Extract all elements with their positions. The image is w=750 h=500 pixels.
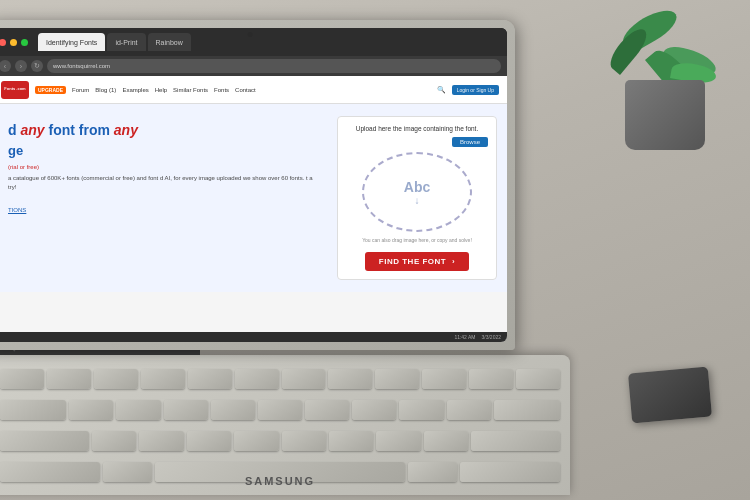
key xyxy=(116,400,160,420)
website-content: Fonts .com UPGRADE Forum Blog (1) Exampl… xyxy=(0,76,507,342)
key xyxy=(494,400,560,420)
status-time: 11:42 AM xyxy=(454,334,475,340)
key xyxy=(0,462,100,482)
key xyxy=(94,369,138,389)
key xyxy=(187,431,231,451)
keyboard: SAMSUNG xyxy=(0,355,570,495)
hero-title-line2: ge xyxy=(8,143,322,160)
down-arrow-icon: ↓ xyxy=(415,195,420,206)
tab-3[interactable]: Rainbow xyxy=(148,33,191,51)
key xyxy=(211,400,255,420)
tab-2[interactable]: id-Print xyxy=(107,33,145,51)
hero-link[interactable]: TIONS xyxy=(8,207,26,213)
minimize-window-button[interactable] xyxy=(10,39,17,46)
hero-title-italic-any: any xyxy=(114,122,138,138)
nav-forum[interactable]: Forum xyxy=(72,87,89,93)
key xyxy=(422,369,466,389)
key xyxy=(516,369,560,389)
status-bar: 11:42 AM 3/3/2022 xyxy=(0,332,507,342)
nav-examples[interactable]: Examples xyxy=(122,87,148,93)
key-row-2 xyxy=(0,396,560,423)
upgrade-badge[interactable]: UPGRADE xyxy=(35,86,66,94)
keyboard-keys xyxy=(0,365,560,485)
key xyxy=(328,369,372,389)
key xyxy=(103,462,153,482)
screen-bezel: Identifying Fonts id-Print Rainbow ‹ › ↻… xyxy=(0,28,507,342)
key xyxy=(408,462,458,482)
upload-drop-area[interactable]: Abc ↓ xyxy=(362,152,472,232)
site-logo: Fonts .com xyxy=(1,81,29,99)
key xyxy=(329,431,373,451)
key xyxy=(376,431,420,451)
key xyxy=(164,400,208,420)
browser-tabs: Identifying Fonts id-Print Rainbow xyxy=(38,33,501,51)
address-text: www.fontsquirrel.com xyxy=(53,63,110,69)
key xyxy=(69,400,113,420)
search-icon[interactable]: 🔍 xyxy=(437,86,446,94)
nav-similar-fonts[interactable]: Similar Fonts xyxy=(173,87,208,93)
laptop-body: Identifying Fonts id-Print Rainbow ‹ › ↻… xyxy=(0,20,515,350)
browser-chrome: Identifying Fonts id-Print Rainbow xyxy=(0,28,507,56)
key xyxy=(0,400,66,420)
hero-description: a catalogue of 600K+ fonts (commercial o… xyxy=(8,174,322,192)
key xyxy=(235,369,279,389)
key xyxy=(282,431,326,451)
key xyxy=(92,431,136,451)
key xyxy=(460,462,560,482)
key xyxy=(0,369,44,389)
key xyxy=(469,369,513,389)
address-bar-row: ‹ › ↻ www.fontsquirrel.com xyxy=(0,56,507,76)
key xyxy=(424,431,468,451)
key xyxy=(188,369,232,389)
upload-box: Upload here the image containing the fon… xyxy=(337,116,497,280)
key-row-3 xyxy=(0,427,560,454)
back-button[interactable]: ‹ xyxy=(0,60,11,72)
nav-help[interactable]: Help xyxy=(155,87,167,93)
key xyxy=(234,431,278,451)
site-navigation: Fonts .com UPGRADE Forum Blog (1) Exampl… xyxy=(0,76,507,104)
forward-button[interactable]: › xyxy=(15,60,27,72)
key xyxy=(375,369,419,389)
tab-active[interactable]: Identifying Fonts xyxy=(38,33,105,51)
key xyxy=(0,431,89,451)
maximize-window-button[interactable] xyxy=(21,39,28,46)
key-row-1 xyxy=(0,365,560,392)
key xyxy=(352,400,396,420)
abc-preview: Abc xyxy=(404,179,430,195)
logo-text: Fonts .com xyxy=(4,87,25,91)
key xyxy=(447,400,491,420)
hero-left: d any font from any ge (rial or free) a … xyxy=(3,116,327,280)
close-window-button[interactable] xyxy=(0,39,6,46)
key xyxy=(399,400,443,420)
brand-label: SAMSUNG xyxy=(245,475,315,487)
key xyxy=(471,431,560,451)
key xyxy=(282,369,326,389)
hero-title: d any font from any xyxy=(8,121,322,139)
camera-dot xyxy=(248,32,253,37)
status-date: 3/3/2022 xyxy=(482,334,501,340)
pot-body xyxy=(625,80,705,150)
hero-subtitle: (rial or free) xyxy=(8,164,322,170)
upload-title: Upload here the image containing the fon… xyxy=(356,125,479,132)
login-button[interactable]: Login or Sign Up xyxy=(452,85,499,95)
browse-button[interactable]: Browse xyxy=(452,137,488,147)
nav-blog[interactable]: Blog (1) xyxy=(95,87,116,93)
refresh-button[interactable]: ↻ xyxy=(31,60,43,72)
find-btn-label: FIND THE FONT xyxy=(379,257,446,266)
nav-contact[interactable]: Contact xyxy=(235,87,256,93)
key xyxy=(47,369,91,389)
plant-pot xyxy=(610,30,720,150)
find-btn-arrow-icon: › xyxy=(452,257,455,266)
drag-hint: You can also drag image here, or copy an… xyxy=(362,237,472,243)
find-font-button[interactable]: FIND THE FONT › xyxy=(365,252,469,271)
key xyxy=(258,400,302,420)
phone-device xyxy=(628,367,712,424)
key xyxy=(305,400,349,420)
hero-title-any: any xyxy=(20,122,44,138)
key xyxy=(141,369,185,389)
address-field[interactable]: www.fontsquirrel.com xyxy=(47,59,501,73)
hero-section: d any font from any ge (rial or free) a … xyxy=(0,104,507,292)
nav-links: Forum Blog (1) Examples Help Similar Fon… xyxy=(72,87,431,93)
nav-fonts[interactable]: Fonts xyxy=(214,87,229,93)
key xyxy=(139,431,183,451)
